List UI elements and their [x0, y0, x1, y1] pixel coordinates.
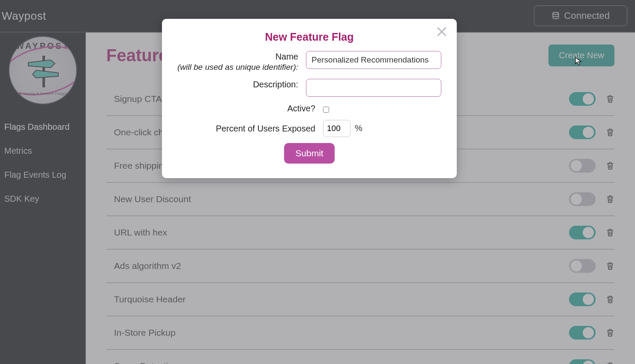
name-input[interactable]	[306, 51, 441, 69]
name-label: Name (will be used as unique identifier)…	[177, 51, 306, 73]
percent-label: Percent of Users Exposed	[177, 123, 323, 134]
modal-title: New Feature Flag	[177, 31, 441, 43]
active-checkbox[interactable]	[323, 107, 329, 113]
submit-button[interactable]: Submit	[284, 143, 334, 164]
percent-symbol: %	[355, 123, 362, 133]
description-input[interactable]	[306, 79, 441, 97]
active-label: Active?	[177, 103, 323, 114]
description-label: Description:	[177, 79, 306, 90]
percent-input[interactable]	[323, 120, 350, 137]
close-icon[interactable]	[436, 26, 447, 39]
new-flag-modal: New Feature Flag Name (will be used as u…	[162, 19, 457, 178]
